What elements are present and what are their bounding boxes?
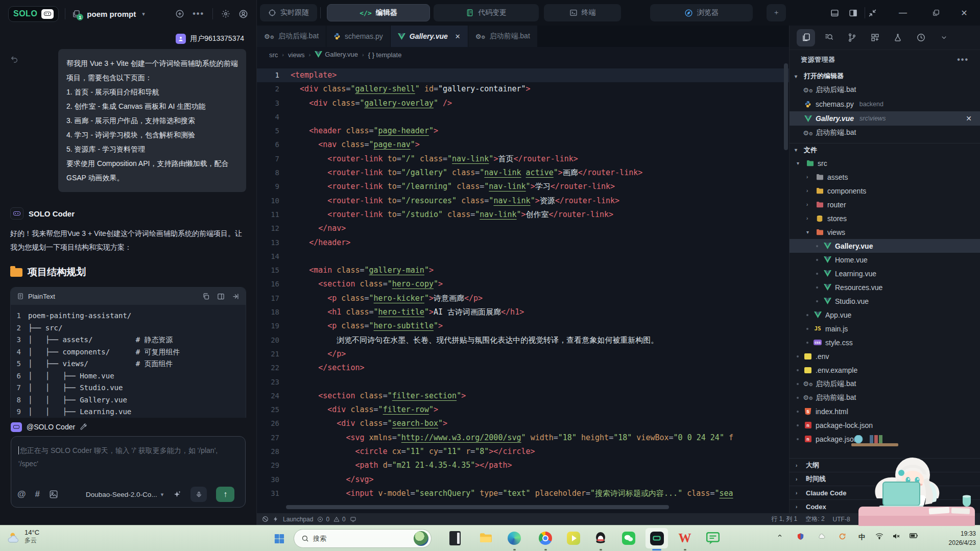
code-editor[interactable]: 1<template>2 <div class="gallery-shell" … <box>257 62 789 513</box>
file-row-启动后端.bat[interactable]: ⚙⚙启动后端.bat <box>790 377 980 391</box>
file-row-views[interactable]: ▾views <box>790 225 980 239</box>
code-line[interactable]: 4 <box>257 110 789 124</box>
taskbar-weather[interactable]: 14°C 多云 <box>7 529 39 545</box>
launchpad-label[interactable]: Launchpad <box>283 516 313 523</box>
mention-button[interactable]: @ <box>17 489 26 499</box>
file-row-assets[interactable]: ›assets <box>790 170 980 184</box>
file-row-package-lock.json[interactable]: npackage-lock.json <box>790 418 980 432</box>
sync-tray-icon[interactable] <box>839 533 846 540</box>
file-row-Resources.vue[interactable]: Resources.vue <box>790 280 980 294</box>
project-tabs-icon[interactable]: 1 <box>71 9 81 18</box>
context-button[interactable]: # <box>35 489 40 499</box>
photos-app-icon[interactable] <box>444 528 466 548</box>
file-row-Studio.vue[interactable]: Studio.vue <box>790 294 980 308</box>
taskbar-search[interactable]: 搜索 <box>294 529 432 548</box>
close-button[interactable]: ✕ <box>952 0 976 26</box>
horizontal-scrollbar[interactable] <box>286 505 669 509</box>
volume-muted-icon[interactable] <box>892 533 900 540</box>
code-line[interactable]: 31 <input v-model="searchQuery" type="te… <box>257 487 789 500</box>
model-selector[interactable]: Doubao-Seed-2.0-Co... ▾ <box>86 491 163 498</box>
file-row-router[interactable]: ›router <box>790 198 980 211</box>
file-row-stores[interactable]: ›stores <box>790 211 980 225</box>
file-row-启动前端.bat[interactable]: ⚙⚙启动前端.bat <box>790 391 980 404</box>
maximize-button[interactable] <box>924 0 948 26</box>
explorer-icon[interactable] <box>797 29 815 46</box>
open-editor-Gallery.vue[interactable]: Gallery.vuesrc\views✕ <box>790 111 980 126</box>
send-button[interactable]: ↑ <box>216 487 234 502</box>
code-line[interactable]: 19 <p class="hero-subtitle"> <box>257 319 789 333</box>
ports-icon[interactable] <box>350 516 356 522</box>
chevron-down-icon[interactable] <box>935 29 953 46</box>
edge-icon[interactable] <box>503 528 525 548</box>
error-count[interactable]: 0 <box>317 516 329 523</box>
file-row-src[interactable]: ▾src <box>790 156 980 170</box>
apply-icon[interactable] <box>232 293 240 300</box>
explorer-more-icon[interactable]: ••• <box>957 55 969 64</box>
file-row-Gallery.vue[interactable]: Gallery.vue <box>790 239 980 253</box>
status-item-Go Live[interactable]: Go Live <box>900 516 930 523</box>
notifications-bell-icon[interactable] <box>968 516 975 522</box>
chevron-down-icon[interactable]: ▾ <box>142 11 145 17</box>
editor-tab-启动前端.bat[interactable]: ⚙⚙启动前端.bat <box>468 26 538 47</box>
status-item-vue[interactable]: { }vue <box>874 516 892 523</box>
wifi-icon[interactable] <box>875 533 883 539</box>
image-attach-icon[interactable] <box>49 490 58 499</box>
file-row-.env.example[interactable]: .env.example <box>790 363 980 377</box>
file-row-.env[interactable]: .env <box>790 349 980 363</box>
code-line[interactable]: 21 </p> <box>257 347 789 361</box>
copy-icon[interactable] <box>202 293 210 300</box>
code-line[interactable]: 26 <div class="search-box"> <box>257 417 789 430</box>
ime-indicator[interactable]: 中 <box>858 533 865 542</box>
view-tab-实时跟随[interactable]: 实时跟随 <box>260 4 317 21</box>
re-edit-icon[interactable] <box>10 55 18 192</box>
insert-icon[interactable] <box>217 293 225 300</box>
breadcrumb-item[interactable]: { } template <box>368 51 402 59</box>
new-chat-icon[interactable] <box>175 9 184 18</box>
code-line[interactable]: 30 </svg> <box>257 473 789 487</box>
code-line[interactable]: 13 </header> <box>257 236 789 250</box>
cloud-tray-icon[interactable] <box>818 533 826 539</box>
tray-expand-icon[interactable] <box>777 533 783 539</box>
messages-app-icon[interactable] <box>702 528 724 548</box>
extensions-icon[interactable] <box>866 29 884 46</box>
code-line[interactable]: 24 <section class="filter-section"> <box>257 389 789 403</box>
open-editor-启动后端.bat[interactable]: ⚙⚙启动后端.bat <box>790 83 980 97</box>
code-line[interactable]: 3 <div class="gallery-overlay" /> <box>257 97 789 110</box>
launchpad-icon[interactable] <box>273 516 279 522</box>
editor-tab-Gallery.vue[interactable]: Gallery.vue✕ <box>391 26 468 47</box>
wechat-icon[interactable] <box>617 528 640 548</box>
enhance-icon[interactable] <box>173 490 181 499</box>
search-icon[interactable] <box>820 29 838 46</box>
code-line[interactable]: 17 <p class="hero-kicker">诗意画廊</p> <box>257 292 789 305</box>
code-line[interactable]: 23 <box>257 375 789 389</box>
code-line[interactable]: 25 <div class="filter-row"> <box>257 403 789 417</box>
code-line[interactable]: 6 <nav class="page-nav"> <box>257 138 789 152</box>
status-item-CUE[interactable]: CUE <box>939 516 960 523</box>
file-row-components[interactable]: ›components <box>790 184 980 198</box>
view-tab-浏览器[interactable]: 浏览器 <box>650 4 753 21</box>
vertical-scrollbar[interactable] <box>784 63 788 150</box>
testing-icon[interactable] <box>889 29 907 46</box>
solo-logo[interactable]: SOLO <box>8 6 59 22</box>
collapse-window-icon[interactable] <box>861 0 884 26</box>
code-line[interactable]: 15 <main class="gallery-main"> <box>257 263 789 277</box>
view-tab-编辑器[interactable]: </>编辑器 <box>327 4 430 21</box>
file-row-App.vue[interactable]: App.vue <box>790 308 980 322</box>
source-control-icon[interactable] <box>843 29 861 46</box>
code-line[interactable]: 20 浏览不同诗句在水墨、长卷、现代拼贴与氛围化表达中的视觉转译，查看意象如何被… <box>257 333 789 347</box>
account-icon[interactable] <box>238 9 248 19</box>
files-section[interactable]: ▾ 文件 <box>790 143 980 156</box>
qq-icon[interactable] <box>589 528 612 548</box>
code-line[interactable]: 29 <path d="m21 21-4.35-4.35"></path> <box>257 459 789 472</box>
wps-icon[interactable]: W <box>674 528 696 548</box>
media-app-icon[interactable] <box>562 528 585 548</box>
search-highlight-thumbnail[interactable] <box>414 531 428 546</box>
code-line[interactable]: 5 <header class="page-header"> <box>257 124 789 138</box>
file-row-Learning.vue[interactable]: Learning.vue <box>790 267 980 280</box>
code-line[interactable]: 8 <router-link to="/gallery" class="nav-… <box>257 166 789 180</box>
antivirus-tray-icon[interactable] <box>797 533 804 540</box>
code-line[interactable]: 14 <box>257 250 789 263</box>
battery-icon[interactable] <box>910 533 918 539</box>
status-item-行 1, 列 1[interactable]: 行 1, 列 1 <box>772 515 798 523</box>
open-editors-section[interactable]: ▾ 打开的编辑器 <box>790 69 980 83</box>
